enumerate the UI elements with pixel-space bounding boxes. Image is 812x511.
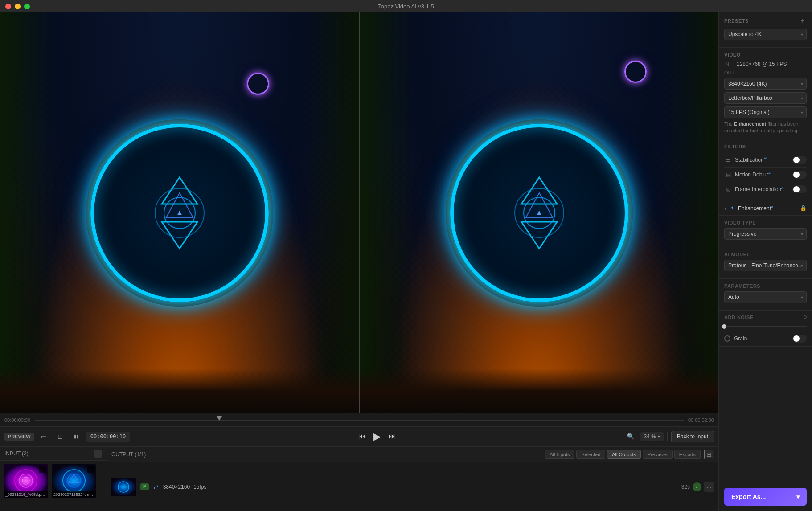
mystical-symbol-right: ▲ (495, 168, 584, 258)
grain-knob (793, 335, 800, 342)
thumb-label-2: 20230207135324.mp4 ... (52, 491, 96, 498)
frame-interp-filter-row: ◎ Frame InterpolationAI (724, 182, 807, 196)
video-preview: ▲ (0, 12, 718, 413)
filters-label: FILTERS (724, 144, 746, 149)
presets-section: PRESETS + Upscale to 4K (719, 12, 812, 48)
zoom-icon-btn[interactable]: 🔍 (624, 430, 637, 443)
frame-interp-toggle[interactable] (792, 185, 807, 193)
noise-slider-track[interactable] (724, 326, 807, 327)
thumb-more-2[interactable]: ··· (87, 466, 94, 473)
aspect-select[interactable]: Letterbox/Pillarbox (724, 92, 807, 104)
frame-interp-name: Frame InterpolationAI (735, 186, 792, 192)
grain-toggle[interactable] (792, 335, 807, 343)
output-check-button[interactable]: ✓ (693, 482, 701, 491)
ai-model-label: AI MODEL (724, 252, 807, 257)
parameters-select[interactable]: Auto (724, 291, 807, 303)
ai-model-select[interactable]: Proteus - Fine-Tune/Enhance... (724, 260, 807, 271)
svg-marker-0 (162, 177, 197, 204)
filter-selected[interactable]: Selected (576, 450, 605, 459)
add-noise-label: ADD NOISE (724, 315, 754, 320)
step-forward-button[interactable]: ⏭ (388, 432, 396, 441)
parameters-section: PARAMETERS Auto (719, 279, 812, 311)
motion-deblur-knob (793, 172, 800, 178)
output-more-button[interactable]: ⊞ (704, 450, 714, 459)
timeline-bar[interactable]: 00:00:00:00 00:00:02:00 (0, 413, 718, 427)
step-back-button[interactable]: ⏮ (358, 432, 366, 441)
add-noise-value: 0 (804, 314, 807, 320)
input-thumbnails: _09231015_%05d.png ... ··· (0, 461, 107, 511)
input-thumb-1[interactable]: _09231015_%05d.png ... ··· (4, 464, 48, 498)
noise-slider-thumb[interactable] (722, 324, 726, 329)
playhead[interactable] (217, 416, 222, 421)
minimize-button[interactable] (15, 4, 21, 9)
add-input-button[interactable]: + (94, 450, 102, 458)
video-type-select[interactable]: Progressive (724, 228, 807, 240)
lock-icon: 🔒 (800, 205, 807, 211)
back-to-input-button[interactable]: Back to Input (671, 431, 714, 442)
input-thumb-2[interactable]: 20230207135324.mp4 ... ··· (52, 464, 96, 498)
close-button[interactable] (5, 4, 11, 9)
thumb-label-1: _09231015_%05d.png ... (4, 491, 48, 498)
view-split-button[interactable]: ⊟ (54, 430, 66, 443)
grain-row: Grain (719, 331, 812, 347)
split-view-icon: ⊟ (57, 433, 63, 440)
maximize-button[interactable] (24, 4, 30, 9)
view-single-button[interactable]: ▭ (38, 430, 50, 443)
stabilization-toggle[interactable] (792, 156, 807, 164)
out-res-select-wrapper[interactable]: 3840×2160 (4K) (724, 78, 807, 90)
preset-select[interactable]: Upscale to 4K (724, 29, 807, 40)
motion-deblur-icon: ▤ (724, 171, 732, 179)
fps-select-wrapper[interactable]: 15 FPS (Original) (724, 106, 807, 118)
grain-name: Grain (734, 335, 792, 342)
output-fps: 15fps (193, 484, 206, 490)
view-side-by-side-button[interactable]: ▮▮ (70, 430, 82, 443)
output-row-more-button[interactable]: ··· (704, 482, 714, 492)
video-type-select-wrapper[interactable]: Progressive (724, 228, 807, 240)
parameters-select-wrapper[interactable]: Auto (724, 291, 807, 303)
noise-slider-row[interactable] (719, 324, 812, 331)
output-thumb-svg (111, 478, 136, 496)
zoom-dropdown-icon: ▾ (658, 434, 660, 439)
play-button[interactable]: ▶ (373, 431, 381, 442)
thumb-more-1[interactable]: ··· (39, 466, 46, 473)
svg-rect-20 (111, 478, 136, 496)
video-type-label: VIDEO TYPE (724, 220, 807, 225)
filter-previews[interactable]: Previews (643, 450, 673, 459)
output-duration-value: 32s (681, 484, 690, 490)
app-title: Topaz Video AI v3.1.5 (378, 3, 434, 10)
enhancement-sparkle-icon: ✦ (730, 205, 734, 211)
ai-model-select-wrapper[interactable]: Proteus - Fine-Tune/Enhance... (724, 260, 807, 271)
side-by-side-icon: ▮▮ (74, 433, 79, 439)
output-thumbnail (111, 478, 136, 496)
stabilization-icon: ⚌ (724, 156, 732, 164)
filters-header: FILTERS (724, 144, 807, 149)
right-sidebar: PRESETS + Upscale to 4K VIDEO IN 1280×76… (718, 12, 812, 511)
filters-section: FILTERS ⚌ StabilizationAI ▤ Motion Deblu… (719, 139, 812, 201)
controls-right: 🔍 34 % ▾ Back to Input (624, 430, 714, 443)
aspect-select-wrapper[interactable]: Letterbox/Pillarbox (724, 92, 807, 104)
export-button[interactable]: Export As... ▾ (724, 488, 807, 506)
zoom-control[interactable]: 34 % ▾ (640, 432, 664, 441)
fps-select[interactable]: 15 FPS (Original) (724, 106, 807, 118)
timeline-track[interactable] (35, 420, 684, 421)
enhancement-section-header[interactable]: ▾ ✦ EnhancementAI 🔒 (719, 201, 812, 216)
output-panel-title: OUTPUT (1/1) (111, 451, 146, 458)
motion-deblur-toggle[interactable] (792, 171, 807, 179)
output-badge-p: P (140, 483, 149, 490)
video-label: VIDEO (724, 52, 741, 57)
output-duration: 32s ✓ ··· (681, 482, 714, 492)
filter-all-outputs[interactable]: All Outputs (607, 450, 641, 459)
output-resolution: 3840×2160 (163, 484, 190, 490)
video-header: VIDEO (724, 52, 807, 57)
ai-model-section: AI MODEL Proteus - Fine-Tune/Enhance... (719, 247, 812, 279)
filter-all-inputs[interactable]: All Inputs (545, 450, 574, 459)
filter-exports[interactable]: Exports (674, 450, 701, 459)
add-preset-button[interactable]: + (799, 17, 807, 25)
output-panel-header: OUTPUT (1/1) All Inputs Selected All Out… (107, 447, 718, 462)
input-panel: INPUT (2) + (0, 447, 107, 511)
preset-select-wrapper[interactable]: Upscale to 4K (724, 29, 807, 40)
video-right-half: ▲ (359, 12, 718, 413)
mystical-symbol-left: ▲ (135, 168, 224, 258)
out-res-select[interactable]: 3840×2160 (4K) (724, 78, 807, 90)
single-view-icon: ▭ (41, 433, 47, 440)
